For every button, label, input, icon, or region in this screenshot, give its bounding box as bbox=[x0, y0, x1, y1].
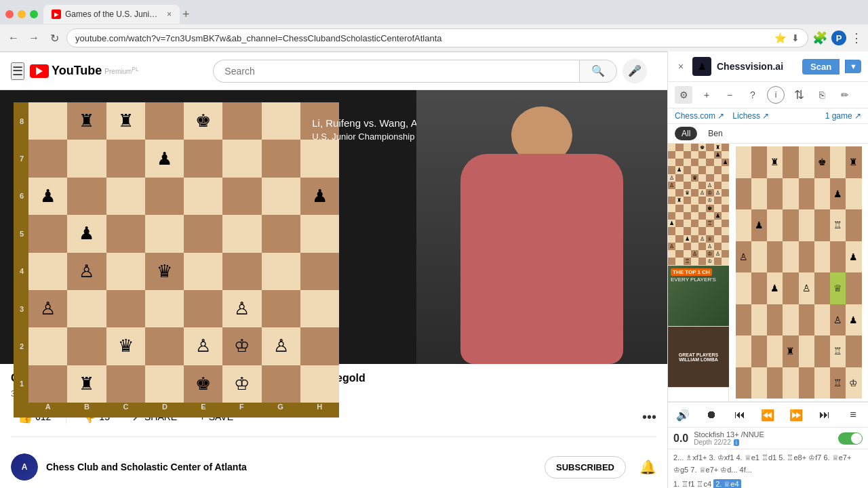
presenter-bg bbox=[416, 90, 667, 364]
new-tab-btn[interactable]: + bbox=[182, 7, 190, 22]
cv-depth-info: Depth 22/22 i bbox=[694, 439, 833, 446]
yt-logo[interactable]: YouTube PremiumPL bbox=[30, 64, 139, 78]
cv-plus-btn[interactable]: + bbox=[698, 86, 715, 104]
browser-chrome: ▶ Games of the U.S. Junior ... × + ← → ↻… bbox=[0, 0, 868, 52]
tab-bar: ▶ Games of the U.S. Junior ... × + bbox=[0, 0, 868, 24]
rank-labels: 8 7 6 5 4 3 2 1 bbox=[15, 102, 28, 418]
file-f: F bbox=[239, 403, 244, 416]
rank-3: 3 bbox=[15, 305, 28, 313]
cv-moves-line1: 2... ♗xf1+ 3. ♔xf1 4. ♕e1 ♖d1 5. ♖e8+ ♔f… bbox=[673, 452, 863, 476]
file-g: G bbox=[277, 403, 283, 416]
cv-settings-toggle-btn[interactable]: ⚙ bbox=[675, 86, 692, 104]
address-bar[interactable]: youtube.com/watch?v=7cn3UsmBK7w&ab_chann… bbox=[66, 28, 808, 47]
download-icon[interactable]: ⬇ bbox=[791, 33, 800, 43]
cv-thumb-4-video[interactable]: GREAT PLAYERS WILLIAM LOMBA bbox=[668, 327, 729, 388]
cv-skip-fwd-btn[interactable]: ⏭ bbox=[815, 405, 834, 424]
rank-6: 6 bbox=[15, 192, 28, 200]
subscribe-btn[interactable]: SUBSCRIBED bbox=[545, 456, 626, 479]
cv-current-move: 2. ♕e4 bbox=[713, 479, 741, 488]
video-player[interactable]: ♜ ♜ ♚ ♟ bbox=[0, 90, 667, 364]
rank-2: 2 bbox=[15, 342, 28, 350]
cv-engine-name: Stockfish 13+ /NNUE bbox=[694, 430, 833, 439]
menu-icon[interactable]: ⋮ bbox=[850, 30, 863, 45]
profile-icon[interactable]: P bbox=[831, 30, 846, 45]
cv-help-circle-btn[interactable]: ? bbox=[744, 86, 762, 104]
window-controls bbox=[5, 10, 38, 18]
cv-flip-btn[interactable]: ⇅ bbox=[790, 86, 808, 104]
tab-title: Games of the U.S. Junior ... bbox=[65, 9, 160, 19]
cv-depth-badge: i bbox=[734, 439, 739, 446]
rank-4: 4 bbox=[15, 267, 28, 275]
cv-speaker-btn[interactable]: 🔊 bbox=[673, 405, 692, 424]
channel-name: Chess Club and Scholastic Center of Atla… bbox=[46, 462, 247, 472]
cv-scan-dropdown-btn[interactable]: ▼ bbox=[845, 60, 861, 73]
rank-7: 7 bbox=[15, 155, 28, 163]
extensions-icon[interactable]: 🧩 bbox=[812, 30, 827, 45]
address-bar-row: ← → ↻ youtube.com/watch?v=7cn3UsmBK7w&ab… bbox=[0, 24, 868, 52]
cv-edit-btn[interactable]: ✏ bbox=[836, 86, 854, 104]
mic-btn[interactable]: 🎤 bbox=[623, 59, 647, 83]
minimize-window-btn[interactable] bbox=[18, 10, 26, 18]
search-btn[interactable]: 🔍 bbox=[579, 60, 617, 83]
cv-thumb-area: ♚♜ ♟ ♟ ♟ ♙♛ ♙♙ ♛♙♔♙ ♜♔ ♚ bbox=[668, 144, 729, 401]
cv-thumb-1[interactable]: ♚♜ ♟ ♟ ♟ ♙♛ ♙♙ ♛♙♔♙ ♜♔ bbox=[668, 144, 729, 205]
tab-all[interactable]: All bbox=[675, 127, 697, 140]
more-options-btn[interactable]: ••• bbox=[642, 409, 656, 425]
cv-next-btn[interactable]: ⏩ bbox=[787, 405, 806, 424]
cv-prev-btn[interactable]: ⏪ bbox=[758, 405, 777, 424]
avatar-img: A bbox=[11, 453, 38, 481]
file-b: B bbox=[84, 403, 90, 416]
cv-copy-btn[interactable]: ⎘ bbox=[813, 86, 831, 104]
cv-thumb-3-video[interactable]: THE TOP 1 CH EVERY PLAYER'S bbox=[668, 266, 729, 327]
lichess-link[interactable]: Lichess ↗ bbox=[732, 111, 769, 121]
games-count-link[interactable]: 1 game ↗ bbox=[825, 111, 861, 121]
maximize-window-btn[interactable] bbox=[30, 10, 38, 18]
refresh-btn[interactable]: ↻ bbox=[46, 30, 62, 46]
file-d: D bbox=[162, 403, 167, 416]
yt-search-area: 🔍 🎤 bbox=[213, 59, 647, 83]
cv-toolbar: ⚙ + − ? i ⇅ ⎘ ✏ bbox=[668, 82, 868, 108]
cv-record-btn[interactable]: ⏺ bbox=[702, 405, 721, 424]
yt-premium-label: PremiumPL bbox=[104, 66, 138, 75]
cv-close-btn[interactable]: × bbox=[675, 60, 687, 73]
notification-bell-icon[interactable]: 🔔 bbox=[639, 459, 656, 475]
cv-info-btn[interactable]: i bbox=[767, 86, 785, 104]
cv-logo-icon: ♟ bbox=[692, 57, 711, 76]
cv-analysis-board-container: ♜ ♚ ♜ ♟ bbox=[736, 146, 862, 399]
bookmark-icon[interactable]: ⭐ bbox=[774, 33, 786, 43]
tab-ben[interactable]: Ben bbox=[701, 127, 729, 140]
file-labels: A B C D E F G H bbox=[28, 403, 339, 416]
file-c: C bbox=[123, 403, 129, 416]
yt-logo-text: YouTube bbox=[52, 64, 102, 78]
cv-engine-toggle[interactable] bbox=[838, 432, 863, 445]
yt-logo-icon bbox=[30, 64, 49, 78]
cv-toggle-knob bbox=[851, 433, 862, 444]
search-input[interactable] bbox=[213, 60, 579, 83]
back-btn[interactable]: ← bbox=[5, 30, 22, 46]
rank-8: 8 bbox=[15, 117, 28, 125]
cv-menu-btn[interactable]: ≡ bbox=[844, 405, 863, 424]
presenter-body bbox=[460, 154, 623, 364]
chess-board: ♜ ♜ ♚ ♟ bbox=[28, 102, 339, 403]
cv-skip-back-btn[interactable]: ⏮ bbox=[730, 405, 749, 424]
close-window-btn[interactable] bbox=[5, 10, 14, 18]
presenter-area bbox=[416, 90, 667, 364]
cv-eval-row: 0.0 Stockfish 13+ /NNUE Depth 22/22 i bbox=[668, 428, 868, 449]
active-tab[interactable]: ▶ Games of the U.S. Junior ... × bbox=[43, 5, 180, 24]
chess-com-link[interactable]: Chess.com ↗ bbox=[675, 111, 724, 121]
cv-minus-btn[interactable]: − bbox=[721, 86, 738, 104]
cv-analysis-board: ♜ ♚ ♜ ♟ bbox=[736, 146, 862, 399]
yt-logo-area: ☰ YouTube PremiumPL bbox=[11, 62, 139, 80]
cv-thumb-2[interactable]: ♚ ♟ ♟♖ ♟♙♕ ♙♙ ♙♔♙ ♖♔ bbox=[668, 205, 729, 266]
tab-favicon: ▶ bbox=[52, 9, 61, 19]
tab-close-btn[interactable]: × bbox=[167, 9, 172, 19]
cv-header: × ♟ Chessvision.ai Scan ▼ bbox=[668, 52, 868, 82]
yt-play-icon bbox=[36, 67, 43, 75]
cv-playback-controls: 🔊 ⏺ ⏮ ⏪ ⏩ ⏭ ≡ bbox=[668, 402, 868, 428]
hamburger-menu-btn[interactable]: ☰ bbox=[11, 62, 24, 80]
url-text: youtube.com/watch?v=7cn3UsmBK7w&ab_chann… bbox=[75, 33, 774, 43]
presenter-figure bbox=[454, 106, 630, 364]
cv-scan-btn[interactable]: Scan bbox=[802, 59, 840, 75]
cv-main-area: ♜ ♚ ♜ ♟ bbox=[729, 144, 868, 401]
forward-btn[interactable]: → bbox=[26, 30, 42, 46]
